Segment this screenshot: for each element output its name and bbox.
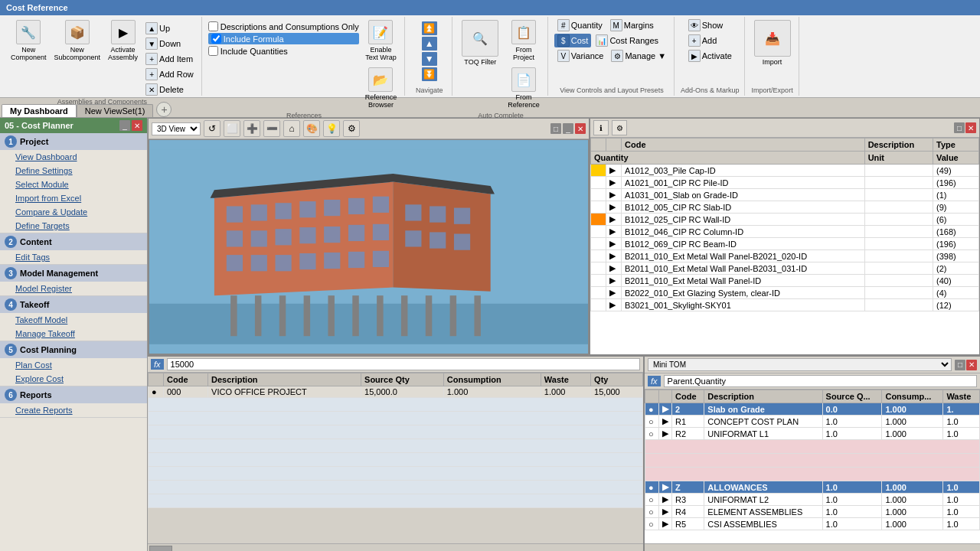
descriptions-checkbox[interactable] <box>208 21 218 31</box>
table-row[interactable]: ▶ B1012_046_CIP RC Column-ID (168) <box>591 226 979 238</box>
table-row[interactable] <box>149 439 643 453</box>
table-row[interactable] <box>149 412 643 425</box>
sidebar-min-btn[interactable]: _ <box>119 120 130 131</box>
table-row[interactable]: ○ ▶ R5 CSI ASSEMBLIES 1.0 1.000 1.0 <box>645 518 980 530</box>
sidebar-item-model-register[interactable]: Model Register <box>0 282 147 295</box>
sidebar-item-takeoff-model[interactable]: Takeoff Model <box>0 313 147 327</box>
manage-btn[interactable]: ⚙ Manage ▼ <box>608 49 669 63</box>
down-button[interactable]: ▼ Down <box>142 37 197 51</box>
add-markup-btn[interactable]: + Add <box>685 34 735 47</box>
table-row[interactable]: ▶ B3021_001_Skylight-SKY01 (12) <box>591 299 979 311</box>
settings-btn[interactable]: ⚙ <box>343 120 360 137</box>
orbit-tool-btn[interactable]: ↺ <box>204 120 220 137</box>
table-row[interactable] <box>645 468 980 481</box>
nav-down-button[interactable]: ▼ <box>422 52 437 66</box>
mini-tom-table-container[interactable]: Code Description Source Q... Consump... … <box>645 390 980 543</box>
table-row[interactable]: ▶ B2011_010_Ext Metal Wall Panel-B2021_0… <box>591 250 979 262</box>
sidebar-item-edit-tags[interactable]: Edit Tags <box>0 250 147 264</box>
cost-ranges-btn[interactable]: 📊 Cost Ranges <box>593 34 662 47</box>
quantity-btn[interactable]: # Quantity <box>554 18 606 32</box>
table-row[interactable]: ▶ B2011_010_Ext Metal Wall Panel-B2031_0… <box>591 262 979 275</box>
sidebar-item-compare-update[interactable]: Compare & Update <box>0 205 147 219</box>
cost-grid-container[interactable]: Code Description Source Qty Consumption … <box>148 373 643 543</box>
table-row[interactable]: ▶ A1021_001_CIP RC Pile-ID (196) <box>591 177 979 189</box>
descriptions-check[interactable]: Descriptions and Consumptions Only <box>208 21 359 31</box>
table-row[interactable]: ● ▶ Z ALLOWANCES 1.0 1.000 1.0 <box>645 481 980 494</box>
table-row[interactable]: ▶ B2011_010_Ext Metal Wall Panel-ID (40) <box>591 275 979 287</box>
table-row[interactable]: ▶ B1012_069_CIP RC Beam-ID (196) <box>591 238 979 250</box>
light-btn[interactable]: 💡 <box>323 120 340 137</box>
home-btn[interactable]: ⌂ <box>283 120 300 137</box>
add-row-button[interactable]: + Add Row <box>142 67 197 81</box>
formula-input-right[interactable] <box>664 375 977 387</box>
mini-tom-close-btn[interactable]: ✕ <box>966 360 977 370</box>
nav-last-button[interactable]: ⏬ <box>422 67 437 81</box>
table-row[interactable]: ○ ▶ R2 UNIFORMAT L1 1.0 1.000 1.0 <box>645 428 980 440</box>
scrollbar-thumb[interactable] <box>149 546 172 552</box>
table-row[interactable]: ▶ B2022_010_Ext Glazing System, clear-ID… <box>591 287 979 299</box>
table-row[interactable]: ○ ▶ R1 CONCEPT COST PLAN 1.0 1.000 1.0 <box>645 416 980 428</box>
cost-btn[interactable]: $ Cost <box>554 34 592 47</box>
table-row[interactable]: ● ▶ 2 Slab on Grade 0.0 1.000 1. <box>645 403 980 416</box>
table-row[interactable] <box>645 454 980 468</box>
table-row[interactable]: ▶ A1012_003_Pile Cap-ID (49) <box>591 165 979 177</box>
sidebar-item-manage-takeoff[interactable]: Manage Takeoff <box>0 327 147 341</box>
settings-panel-btn[interactable]: ⚙ <box>612 120 627 135</box>
table-row[interactable] <box>149 398 643 412</box>
sidebar-section-model-mgmt-header[interactable]: 3 Model Management <box>0 265 147 282</box>
tab-my-dashboard[interactable]: My Dashboard <box>2 104 77 117</box>
sidebar-item-import-excel[interactable]: Import from Excel <box>0 191 147 205</box>
show-btn[interactable]: 👁 Show <box>685 18 735 32</box>
formula-input-left[interactable] <box>167 358 640 370</box>
table-row[interactable]: ▶ B1012_005_CIP RC Slab-ID (9) <box>591 201 979 214</box>
sidebar-item-explore-cost[interactable]: Explore Cost <box>0 372 147 386</box>
table-row[interactable]: ○ ▶ R4 ELEMENT ASSEMBLIES 1.0 1.000 1.0 <box>645 506 980 518</box>
up-button[interactable]: ▲ Up <box>142 21 197 35</box>
table-row[interactable] <box>149 481 643 494</box>
mini-tom-max-btn[interactable]: □ <box>955 360 965 370</box>
sidebar-item-create-reports[interactable]: Create Reports <box>0 403 147 417</box>
tab-add-button[interactable]: + <box>156 102 172 117</box>
sidebar-section-content-header[interactable]: 2 Content <box>0 233 147 250</box>
view-close-btn[interactable]: ✕ <box>575 123 586 134</box>
tab-new-viewset[interactable]: New ViewSet(1) <box>77 104 154 117</box>
margins-btn[interactable]: M Margins <box>607 18 657 32</box>
right-panel-close-btn[interactable]: ✕ <box>965 122 976 133</box>
include-formula-check[interactable]: Include Formula <box>208 33 359 44</box>
nav-up-button[interactable]: ▲ <box>422 37 437 51</box>
reference-browser-button[interactable]: 📂 ReferenceBrowser <box>362 66 400 110</box>
table-row[interactable]: ▶ B1012_025_CIP RC Wall-ID (6) <box>591 214 979 226</box>
right-panel-max-btn[interactable]: □ <box>954 122 965 133</box>
activate-assembly-button[interactable]: ▶ ActivateAssembly <box>105 18 141 63</box>
activate-markup-btn[interactable]: ▶ Activate <box>685 49 735 63</box>
table-row[interactable]: ○ ▶ R3 UNIFORMAT L2 1.0 1.000 1.0 <box>645 494 980 506</box>
sidebar-item-define-settings[interactable]: Define Settings <box>0 164 147 178</box>
enable-text-wrap-button[interactable]: 📝 EnableText Wrap <box>362 18 400 63</box>
right-panel-table-container[interactable]: Code Description Type Quantity Unit Valu… <box>590 138 979 354</box>
sidebar-item-define-targets[interactable]: Define Targets <box>0 219 147 233</box>
sidebar-close-btn[interactable]: ✕ <box>132 120 142 131</box>
table-row[interactable] <box>149 453 643 467</box>
zoom-out-btn[interactable]: ➖ <box>263 120 280 137</box>
add-item-button[interactable]: + Add Item <box>142 52 197 66</box>
mini-tom-scrollbar[interactable] <box>645 543 980 551</box>
table-row[interactable]: ▶ A1031_001_Slab on Grade-ID (1) <box>591 189 979 201</box>
from-project-button[interactable]: 📋 FromProject <box>505 18 543 63</box>
sidebar-section-cost-planning-header[interactable]: 5 Cost Planning <box>0 341 147 358</box>
sidebar-section-project-header[interactable]: 1 Project <box>0 133 147 150</box>
table-row[interactable] <box>149 467 643 481</box>
table-row[interactable]: ● 000 VICO OFFICE PROJECT 15,000.0 1.000… <box>149 386 643 398</box>
paint-btn[interactable]: 🎨 <box>303 120 320 137</box>
include-quantities-checkbox[interactable] <box>208 46 218 56</box>
horizontal-scrollbar[interactable] <box>148 543 643 551</box>
view-max-btn[interactable]: □ <box>550 123 561 134</box>
sidebar-item-select-module[interactable]: Select Module <box>0 178 147 191</box>
sidebar-section-reports-header[interactable]: 6 Reports <box>0 386 147 403</box>
zoom-in-btn[interactable]: ➕ <box>243 120 260 137</box>
sidebar-section-takeoff-header[interactable]: 4 Takeoff <box>0 296 147 313</box>
view-min-btn[interactable]: _ <box>563 123 573 134</box>
include-quantities-check[interactable]: Include Quantities <box>208 46 359 56</box>
sidebar-item-plan-cost[interactable]: Plan Cost <box>0 358 147 372</box>
toq-filter-button[interactable]: 🔍 TOQ Filter <box>459 18 501 67</box>
from-reference-button[interactable]: 📄 FromReference <box>505 66 543 110</box>
